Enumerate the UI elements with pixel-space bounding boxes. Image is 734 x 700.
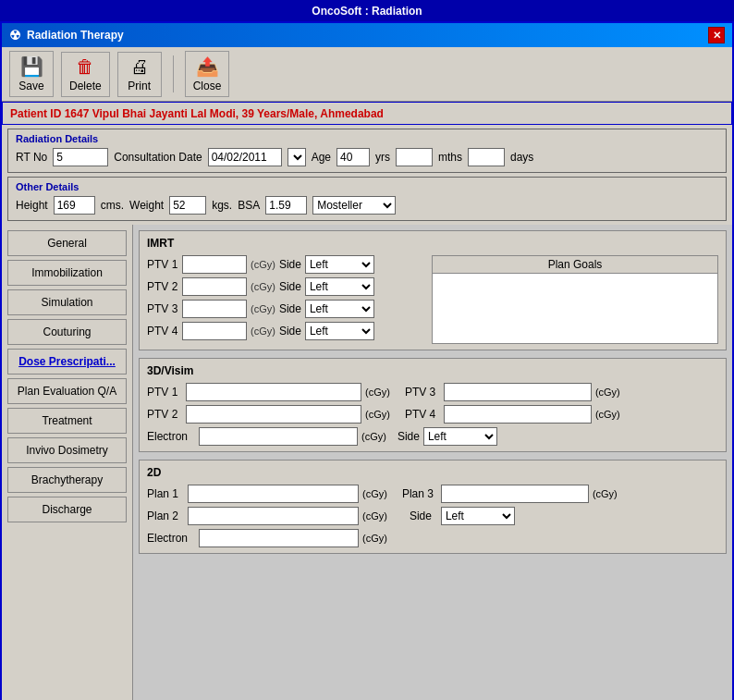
sidebar-item-treatment[interactable]: Treatment [7,408,127,434]
imrt-ptv4-side-select[interactable]: LeftRightBilateral [305,322,374,340]
threed-group: 3D/Visim PTV 1 (cGy) PTV 3 (cGy) [139,358,727,452]
weight-input[interactable] [169,196,206,215]
delete-label: Delete [69,80,102,92]
imrt-container: PTV 1 (cGy) Side LeftRightBilateral PTV … [147,255,718,344]
imrt-ptv3-side-label: Side [279,302,301,315]
bsa-label: BSA [238,199,260,212]
delete-icon: 🗑 [76,56,94,78]
other-details-section: Other Details Height cms. Weight kgs. BS… [7,177,727,221]
sidebar-item-immobilization[interactable]: Immobilization [7,260,127,286]
sidebar-treatment-label: Treatment [42,414,92,427]
plan-goals-label: Plan Goals [433,256,717,274]
threed-ptv4-input[interactable] [444,405,592,424]
sidebar-item-brachytherapy[interactable]: Brachytherapy [7,467,127,493]
kgs-label: kgs. [212,199,232,212]
imrt-ptv4-side-label: Side [279,325,301,338]
sidebar-item-dose-prescription[interactable]: Dose Prescripati... [7,349,127,375]
rt-no-input[interactable] [53,148,108,166]
plan-goals-textarea[interactable] [433,274,717,343]
imrt-ptv2-row: PTV 2 (cGy) Side LeftRightBilateral [147,277,424,296]
imrt-ptv3-unit: (cGy) [251,303,275,314]
app-title: OncoSoft : Radiation [312,5,422,18]
twod-side-select[interactable]: LeftRightBilateral [441,507,515,525]
twod-electron-unit: (cGy) [362,533,387,544]
threed-ptv3-input[interactable] [444,383,592,401]
close-label: Close [193,80,222,92]
cms-label: cms. [101,199,124,212]
mths-input[interactable] [396,148,433,166]
threed-row2: PTV 2 (cGy) PTV 4 (cGy) [147,405,718,424]
threed-electron-input[interactable] [199,427,358,446]
threed-ptv1-unit: (cGy) [365,387,390,398]
imrt-title: IMRT [147,237,718,250]
window-title-left: ☢ Radiation Therapy [9,28,124,43]
radiation-details-section: Radiation Details RT No Consultation Dat… [7,129,727,173]
age-input[interactable] [336,148,370,166]
sidebar-discharge-label: Discharge [42,503,92,516]
imrt-ptv2-side-select[interactable]: LeftRightBilateral [305,277,374,296]
print-button[interactable]: 🖨 Print [117,52,162,97]
delete-button[interactable]: 🗑 Delete [61,52,110,97]
twod-plan3-unit: (cGy) [593,488,618,499]
twod-plan1-label: Plan 1 [147,487,184,500]
threed-ptv4-unit: (cGy) [595,409,620,420]
sidebar-item-general[interactable]: General [7,230,127,256]
window-icon: ☢ [9,28,21,43]
threed-ptv1-input[interactable] [186,383,361,401]
twod-row3: Electron (cGy) [147,529,718,547]
twod-side-label: Side [410,510,437,522]
threed-ptv2-label: PTV 2 [147,408,182,421]
threed-ptv3-unit: (cGy) [595,387,620,398]
plan-goals-box: Plan Goals [432,255,718,344]
sidebar-item-discharge[interactable]: Discharge [7,497,127,522]
imrt-ptv1-row: PTV 1 (cGy) Side LeftRightBilateral [147,255,424,274]
threed-electron-label: Electron [147,430,195,443]
sidebar-dose-label: Dose Prescripati... [18,355,116,368]
bsa-method-select[interactable]: Mosteller DuBois Haycock [312,196,396,215]
threed-side-select[interactable]: LeftRightBilateral [423,427,497,446]
sidebar-item-invivo-dosimetry[interactable]: Invivo Dosimetry [7,437,127,463]
days-input[interactable] [468,148,505,166]
threed-ptv4-group: PTV 4 (cGy) [405,405,620,424]
imrt-ptv2-label: PTV 2 [147,280,178,293]
sidebar-item-simulation[interactable]: Simulation [7,289,127,315]
sidebar-item-plan-evaluation[interactable]: Plan Evaluation Q/A [7,378,127,404]
close-button[interactable]: 📤 Close [185,51,230,97]
imrt-ptv4-input[interactable] [182,322,247,340]
twod-row1: Plan 1 (cGy) Plan 3 (cGy) [147,485,718,503]
consult-date-dropdown[interactable] [287,148,306,166]
bsa-input[interactable] [265,196,307,215]
threed-ptv2-input[interactable] [186,405,361,424]
sidebar-immobilization-label: Immobilization [31,266,103,279]
twod-plan3-input[interactable] [441,485,589,503]
window-close-button[interactable]: ✕ [708,27,725,43]
twod-plan3-label: Plan 3 [402,487,437,500]
twod-plan2-input[interactable] [188,507,359,525]
height-input[interactable] [54,196,95,215]
imrt-ptv1-side-select[interactable]: LeftRightBilateral [305,255,374,274]
imrt-ptv3-label: PTV 3 [147,302,178,315]
close-icon: 📤 [196,55,219,78]
save-button[interactable]: 💾 Save [9,51,54,97]
twod-plan1-group: Plan 1 (cGy) [147,485,387,503]
twod-electron-input[interactable] [199,529,359,547]
twod-plan1-unit: (cGy) [362,488,387,499]
imrt-ptv1-side-label: Side [279,258,301,271]
threed-ptv3-label: PTV 3 [405,386,440,399]
consult-date-input[interactable] [208,148,282,166]
toolbar-separator [173,55,174,92]
twod-plan1-input[interactable] [188,485,359,503]
threed-title: 3D/Visim [147,364,718,377]
threed-side-label: Side [398,430,420,443]
imrt-ptv1-input[interactable] [182,255,247,274]
imrt-ptv2-input[interactable] [182,277,247,296]
imrt-ptv2-unit: (cGy) [251,281,275,292]
imrt-ptv3-input[interactable] [182,300,247,318]
imrt-group: IMRT PTV 1 (cGy) Side LeftRightBilateral [139,230,727,350]
threed-ptv4-label: PTV 4 [405,408,440,421]
sidebar-item-couturing[interactable]: Couturing [7,319,127,345]
age-label: Age [312,151,331,164]
imrt-ptv3-side-select[interactable]: LeftRightBilateral [305,300,374,318]
threed-ptv1-label: PTV 1 [147,386,182,399]
window-title-text: Radiation Therapy [27,29,124,42]
